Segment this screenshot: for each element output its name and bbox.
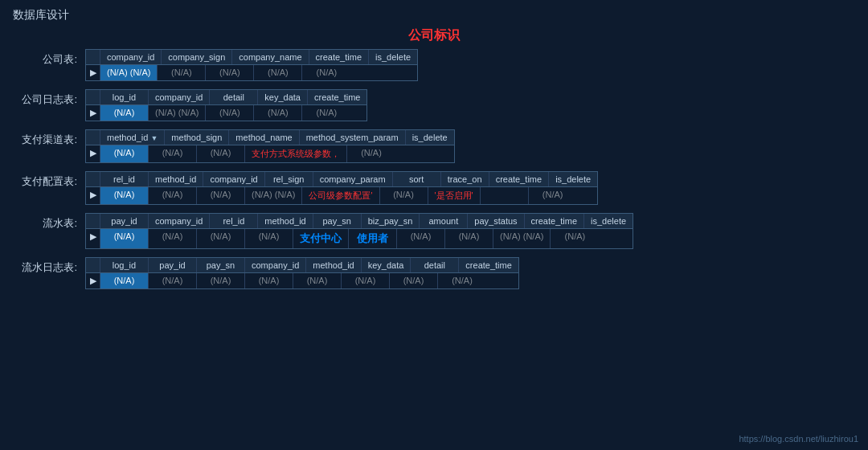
payment-channel-table: method_id ▼ method_sign method_name meth…	[85, 129, 455, 163]
main-label: 公司标识	[13, 27, 855, 44]
flow-log-table-label: 流水日志表:	[13, 257, 85, 275]
flow-table-row: 流水表: pay_id company_id rel_id method_id …	[13, 213, 855, 249]
company-table: company_id company_sign company_name cre…	[85, 49, 418, 81]
payment-config-table: rel_id method_id company_id rel_sign com…	[85, 171, 598, 205]
payment-channel-table-label: 支付渠道表:	[13, 129, 85, 147]
payment-config-table-row: 支付配置表: rel_id method_id company_id rel_s…	[13, 171, 855, 205]
watermark: https://blog.csdn.net/liuzhirou1	[739, 434, 858, 444]
payment-config-table-label: 支付配置表:	[13, 171, 85, 189]
company-log-table-label: 公司日志表:	[13, 89, 85, 107]
flow-log-table: log_id pay_id pay_sn company_id method_i…	[85, 257, 519, 289]
flow-log-table-row: 流水日志表: log_id pay_id pay_sn company_id m…	[13, 257, 855, 289]
flow-table: pay_id company_id rel_id method_id pay_s…	[85, 213, 633, 249]
company-log-table: log_id company_id detail key_data create…	[85, 89, 367, 121]
company-table-row: 公司表: company_id company_sign company_nam…	[13, 49, 855, 81]
page-title: 数据库设计	[0, 0, 868, 27]
company-table-label: 公司表:	[13, 49, 85, 67]
payment-channel-table-row: 支付渠道表: method_id ▼ method_sign method_na…	[13, 129, 855, 163]
flow-table-label: 流水表:	[13, 213, 85, 231]
company-log-table-row: 公司日志表: log_id company_id detail key_data…	[13, 89, 855, 121]
